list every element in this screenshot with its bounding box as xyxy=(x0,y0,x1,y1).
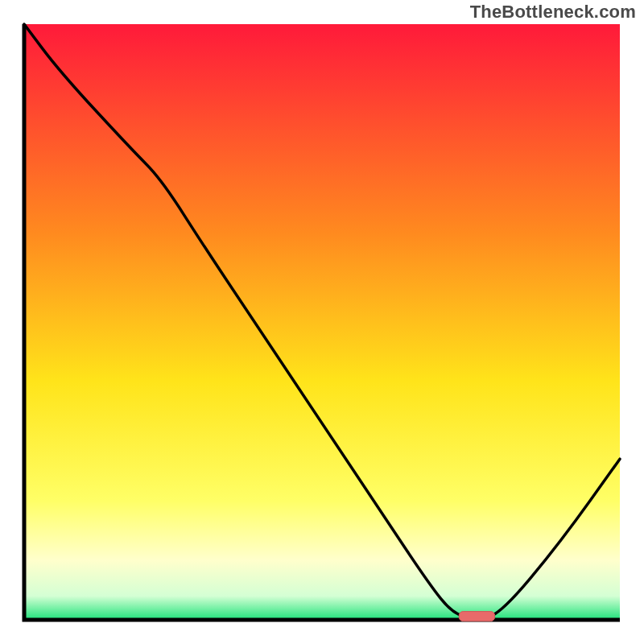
chart-svg xyxy=(0,0,644,644)
plot-area xyxy=(24,24,620,621)
chart-container: TheBottleneck.com xyxy=(0,0,644,644)
optimum-marker xyxy=(459,612,494,621)
gradient-background xyxy=(24,24,620,620)
